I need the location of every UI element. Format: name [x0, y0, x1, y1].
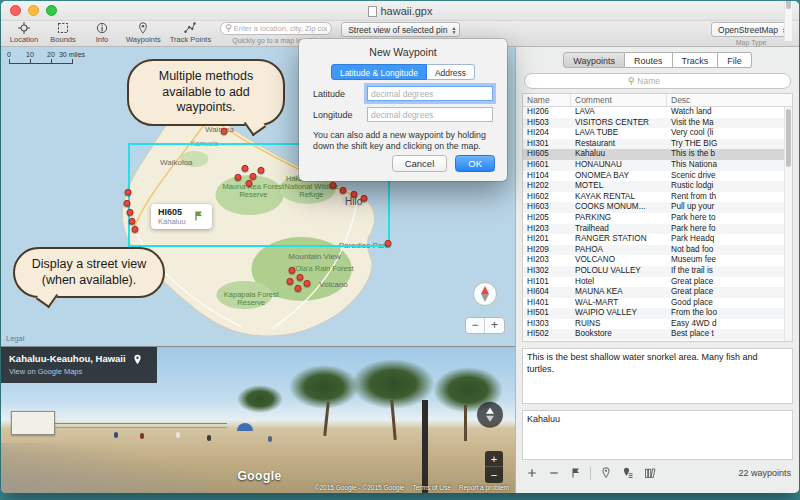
- table-row[interactable]: HI101HotelGreat place: [523, 277, 792, 288]
- table-scrollbar[interactable]: [784, 107, 792, 341]
- map-location-search[interactable]: ⚲: [220, 22, 332, 35]
- waypoints-button[interactable]: Waypoints: [126, 22, 161, 44]
- table-row[interactable]: HI602KAYAK RENTALRent from th: [523, 192, 792, 203]
- waypoint-pin[interactable]: [125, 189, 132, 196]
- table-row[interactable]: HI604MAUNA KEAGreat place: [523, 287, 792, 298]
- waypoint-pin[interactable]: [220, 128, 227, 135]
- display-dropdown[interactable]: Street view of selected pin ▲▼: [341, 22, 460, 37]
- table-row[interactable]: HI401WAL-MARTGood place: [523, 298, 792, 309]
- waypoint-pin[interactable]: [250, 173, 257, 180]
- street-view-compass[interactable]: [477, 402, 503, 428]
- waypoint-pin[interactable]: [350, 191, 357, 198]
- scrollbar-thumb[interactable]: [786, 109, 791, 167]
- waypoint-pin[interactable]: [235, 174, 242, 181]
- table-row[interactable]: HI302POLOLU VALLEYIf the trail is: [523, 266, 792, 277]
- pan-up-arrow[interactable]: [486, 408, 494, 414]
- waypoint-pin[interactable]: [287, 278, 294, 285]
- table-row[interactable]: HI503VISITORS CENTERVisit the Ma: [523, 118, 792, 129]
- waypoint-search[interactable]: ⚲: [524, 73, 791, 89]
- tab-tracks[interactable]: Tracks: [673, 52, 719, 68]
- table-row[interactable]: HI104ONOMEA BAYScenic drive: [523, 171, 792, 182]
- latitude-field[interactable]: [367, 86, 493, 101]
- table-row[interactable]: HI605KahaluuThis is the b: [523, 149, 792, 160]
- window-title: hawaii.gpx: [1, 5, 799, 17]
- column-header-comment[interactable]: Comment: [571, 94, 667, 106]
- waypoint-pin[interactable]: [129, 218, 136, 225]
- info-button[interactable]: Info: [87, 22, 117, 44]
- table-row[interactable]: HI205PARKINGPark here to: [523, 213, 792, 224]
- pin-style-button[interactable]: [620, 466, 635, 481]
- panel-footer: 22 waypoints: [516, 460, 799, 486]
- table-row[interactable]: HI303RUINSEasy 4WD d: [523, 319, 792, 330]
- compass-3d-control[interactable]: [473, 282, 497, 306]
- location-button[interactable]: Location: [9, 22, 39, 44]
- minus-icon: [548, 467, 560, 479]
- pan-down-arrow[interactable]: [486, 416, 494, 422]
- table-row[interactable]: HI202MOTELRustic lodgi: [523, 181, 792, 192]
- table-row[interactable]: HI601HONAUNAUThis Nationa: [523, 160, 792, 171]
- info-icon: [96, 22, 108, 34]
- beach-fence: [32, 423, 227, 428]
- table-row[interactable]: HI603COOKS MONUM...Pull up your: [523, 202, 792, 213]
- column-header-name[interactable]: Name: [523, 94, 571, 106]
- bounds-button[interactable]: Bounds: [48, 22, 78, 44]
- ok-button[interactable]: OK: [455, 155, 495, 172]
- tab-waypoints[interactable]: Waypoints: [563, 52, 625, 68]
- add-waypoint-button[interactable]: [524, 466, 539, 481]
- waypoint-pin[interactable]: [339, 187, 346, 194]
- segment-lat-lon[interactable]: Latitude & Longitude: [331, 64, 427, 80]
- tab-file[interactable]: File: [718, 52, 752, 68]
- table-row[interactable]: HI502BookstoreBest place t: [523, 329, 792, 340]
- waypoint-pin[interactable]: [245, 180, 252, 187]
- table-row[interactable]: HI204LAVA TUBEVery cool (li: [523, 128, 792, 139]
- street-view-zoom-in-button[interactable]: +: [485, 451, 503, 467]
- map-type-dropdown[interactable]: OpenStreetMap ▲▼: [711, 22, 791, 37]
- legal-link[interactable]: Legal: [6, 334, 24, 343]
- waypoint-pin[interactable]: [289, 267, 296, 274]
- street-view-zoom-out-button[interactable]: −: [485, 467, 503, 483]
- waypoint-pin[interactable]: [257, 167, 264, 174]
- waypoint-pin[interactable]: [296, 274, 303, 281]
- table-row[interactable]: HI201RANGER STATIONPark Headq: [523, 234, 792, 245]
- table-row[interactable]: HI209PAHOANot bad foo: [523, 245, 792, 256]
- waypoint-desc-editor[interactable]: This is the best shallow water snorkel a…: [522, 348, 793, 404]
- waypoint-pin[interactable]: [294, 285, 301, 292]
- waypoint-pin[interactable]: [303, 280, 310, 287]
- map-zoom-out-button[interactable]: −: [466, 318, 485, 333]
- waypoint-pin[interactable]: [126, 209, 133, 216]
- table-row[interactable]: HI203VOLCANOMuseum fee: [523, 255, 792, 266]
- longitude-field[interactable]: [367, 107, 493, 122]
- flag-button[interactable]: [568, 466, 583, 481]
- cancel-button[interactable]: Cancel: [392, 155, 448, 172]
- waypoint-name-editor[interactable]: Kahaluu: [522, 410, 793, 460]
- scale-tick-label: 10: [26, 51, 34, 58]
- waypoint-pin[interactable]: [360, 195, 367, 202]
- street-view-panel[interactable]: Kahaluu-Keauhou, Hawaii View on Google M…: [1, 346, 515, 493]
- table-row[interactable]: HI203TrailheadPark here fo: [523, 224, 792, 235]
- waypoint-pin[interactable]: [241, 165, 248, 172]
- column-header-desc[interactable]: Desc: [667, 94, 792, 106]
- search-icon: ⚲: [225, 24, 232, 33]
- segment-address[interactable]: Address: [427, 64, 475, 80]
- remove-waypoint-button[interactable]: [546, 466, 561, 481]
- google-logo[interactable]: Google: [237, 469, 281, 483]
- waypoint-callout[interactable]: HI605 Kahaluu: [151, 204, 212, 229]
- waypoint-pin[interactable]: [329, 182, 336, 189]
- name-scrollbar[interactable]: [784, 1, 792, 41]
- table-row[interactable]: HI301RestaurantTry THE BIG: [523, 139, 792, 150]
- waypoint-pin[interactable]: [384, 240, 391, 247]
- waypoint-pin[interactable]: [124, 200, 131, 207]
- table-row[interactable]: HI206LAVAWatch land: [523, 107, 792, 118]
- table-row[interactable]: HI501WAIPIO VALLEYFrom the loo: [523, 308, 792, 319]
- terms-of-use-link[interactable]: Terms of Use: [412, 484, 450, 491]
- waypoint-pin[interactable]: [132, 226, 139, 233]
- track-points-button[interactable]: Track Points: [170, 22, 211, 44]
- library-button[interactable]: [642, 466, 657, 481]
- map-location-search-input[interactable]: [234, 24, 327, 33]
- view-on-google-maps-link[interactable]: View on Google Maps: [9, 367, 126, 376]
- map-zoom-in-button[interactable]: +: [485, 318, 504, 333]
- show-pin-on-map-button[interactable]: [598, 466, 613, 481]
- tab-routes[interactable]: Routes: [625, 52, 673, 68]
- report-a-problem-link[interactable]: Report a problem: [459, 484, 509, 491]
- waypoint-search-input[interactable]: [637, 76, 687, 86]
